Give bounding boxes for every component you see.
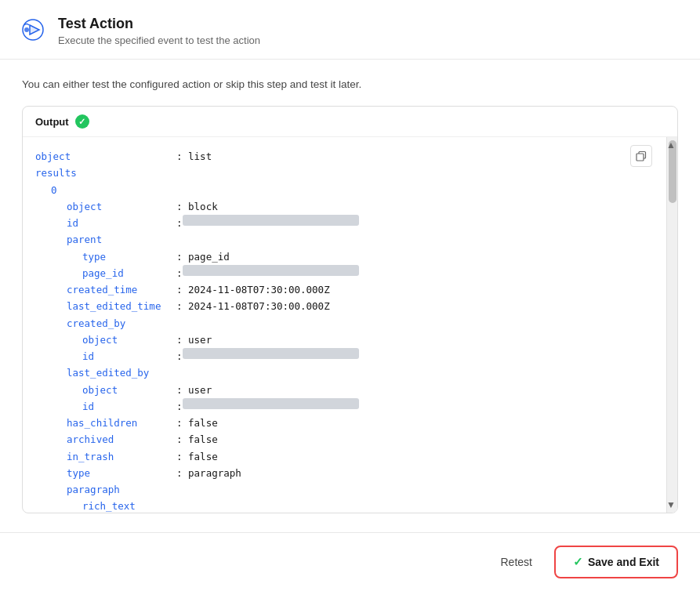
- key-last-edited-by: last_edited_by: [35, 364, 176, 381]
- code-line: results: [35, 165, 652, 181]
- header: Test Action Execute the specified event …: [0, 0, 700, 60]
- blurred-id-created-by: [183, 348, 360, 359]
- output-success-icon: [75, 114, 89, 129]
- code-line: id :: [35, 215, 652, 231]
- code-line: type : page_id: [35, 248, 652, 265]
- code-line: type : paragraph: [35, 465, 652, 481]
- page-container: Test Action Execute the specified event …: [0, 0, 700, 591]
- test-action-icon: [19, 16, 47, 44]
- code-line: created_by: [35, 315, 652, 332]
- code-block: object : list results 0 object : block: [35, 148, 652, 513]
- val-object-last-edited-by: : user: [176, 382, 212, 398]
- key-object-block: object: [35, 198, 176, 215]
- footer: Retest ✓ Save and Exit: [0, 532, 700, 591]
- code-line: has_children : false: [35, 415, 652, 431]
- blurred-id-last-edited-by: [183, 398, 360, 409]
- code-line: id :: [35, 398, 652, 415]
- val-type-parent: : page_id: [176, 248, 230, 265]
- val-in-trash: : false: [176, 448, 218, 465]
- code-line: created_time : 2024-11-08T07:30:00.000Z: [35, 281, 652, 298]
- output-scroll[interactable]: object : list results 0 object : block: [23, 137, 677, 513]
- page-subtitle: Execute the specified event to test the …: [58, 34, 260, 46]
- save-exit-button[interactable]: ✓ Save and Exit: [554, 546, 678, 578]
- code-line: rich_text: [35, 498, 652, 513]
- blurred-page-id: [183, 265, 360, 276]
- save-check-icon: ✓: [573, 555, 583, 569]
- output-header: Output: [23, 107, 677, 137]
- key-has-children: has_children: [35, 415, 176, 431]
- val-has-children: : false: [176, 415, 218, 431]
- code-line: id :: [35, 348, 652, 364]
- key-id-last-edited-by: id: [35, 398, 176, 415]
- key-type: type: [35, 465, 176, 481]
- key-created-by: created_by: [35, 315, 176, 332]
- svg-rect-2: [637, 154, 644, 161]
- val-id-1: :: [176, 215, 183, 231]
- info-text: You can either test the configured actio…: [22, 78, 678, 90]
- code-line: last_edited_time : 2024-11-08T07:30:00.0…: [35, 298, 652, 314]
- code-line: archived : false: [35, 431, 652, 448]
- code-line: page_id :: [35, 265, 652, 281]
- key-page-id: page_id: [35, 265, 176, 281]
- val-object-created-by: : user: [176, 332, 212, 348]
- val-created-time: : 2024-11-08T07:30:00.000Z: [176, 281, 330, 298]
- key-index-0: 0: [35, 182, 176, 198]
- save-exit-label: Save and Exit: [588, 556, 659, 568]
- code-line: 0: [35, 182, 652, 198]
- key-archived: archived: [35, 431, 176, 448]
- key-object-created-by: object: [35, 332, 176, 348]
- key-object-root: object: [35, 148, 176, 165]
- code-line: object : block: [35, 198, 652, 215]
- output-label: Output: [35, 116, 69, 128]
- code-line: object : list: [35, 148, 652, 165]
- output-panel: Output object : list: [22, 106, 678, 513]
- key-id-1: id: [35, 215, 176, 231]
- key-created-time: created_time: [35, 281, 176, 298]
- key-rich-text: rich_text: [35, 498, 176, 513]
- val-object-block: : block: [176, 198, 218, 215]
- output-body: object : list results 0 object : block: [23, 137, 677, 513]
- code-line: object : user: [35, 332, 652, 348]
- key-type-parent: type: [35, 248, 176, 265]
- val-page-id: :: [176, 265, 183, 281]
- val-last-edited-time: : 2024-11-08T07:30:00.000Z: [176, 298, 330, 314]
- code-line: in_trash : false: [35, 448, 652, 465]
- code-line: last_edited_by: [35, 364, 652, 381]
- blurred-id-1: [183, 215, 360, 226]
- val-id-last-edited-by: :: [176, 398, 183, 415]
- val-type: : paragraph: [176, 465, 241, 481]
- content-area: You can either test the configured actio…: [0, 60, 700, 532]
- val-archived: : false: [176, 431, 218, 448]
- val-id-created-by: :: [176, 348, 183, 364]
- svg-point-1: [24, 27, 29, 32]
- key-in-trash: in_trash: [35, 448, 176, 465]
- retest-button[interactable]: Retest: [491, 549, 541, 575]
- key-object-last-edited-by: object: [35, 382, 176, 398]
- val-object-root: : list: [176, 148, 212, 165]
- scroll-down-arrow[interactable]: ▼: [666, 500, 676, 509]
- key-results: results: [35, 165, 176, 181]
- code-line: paragraph: [35, 481, 652, 498]
- scrollbar-track[interactable]: ▼ ▲: [666, 137, 677, 513]
- code-line: parent: [35, 231, 652, 248]
- page-title: Test Action: [58, 16, 260, 32]
- key-id-created-by: id: [35, 348, 176, 364]
- copy-button[interactable]: [630, 145, 652, 167]
- key-last-edited-time: last_edited_time: [35, 298, 176, 314]
- header-text: Test Action Execute the specified event …: [58, 16, 260, 46]
- key-parent: parent: [35, 231, 176, 248]
- code-line: object : user: [35, 382, 652, 398]
- scroll-up-arrow[interactable]: ▲: [666, 140, 676, 150]
- key-paragraph: paragraph: [35, 481, 176, 498]
